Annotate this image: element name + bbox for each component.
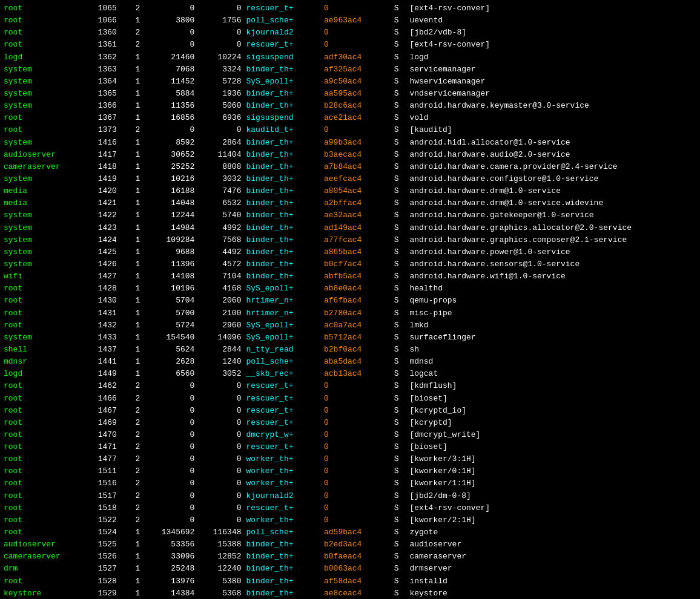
col-addr: 0 xyxy=(322,429,392,441)
col-pid: 1362 xyxy=(81,51,119,64)
col-pid: 1425 xyxy=(81,246,119,258)
col-addr: 0 xyxy=(322,2,392,15)
col-vsz: 0 xyxy=(142,514,197,526)
col-rss: 5740 xyxy=(197,209,243,221)
table-row: mdnsr1441126281240poll_sche+aba5dac4Smdn… xyxy=(1,356,699,368)
col-vsz: 0 xyxy=(142,417,197,429)
col-addr: b5712ac4 xyxy=(322,332,392,344)
col-pid: 1470 xyxy=(81,429,119,441)
col-addr: 0 xyxy=(322,514,392,526)
col-ppid: 1 xyxy=(119,246,143,258)
col-ppid: 1 xyxy=(119,283,143,295)
table-row: root1462200rescuer_t+0S[kdmflush] xyxy=(1,380,699,392)
col-cmd: installd xyxy=(407,575,699,588)
col-ppid: 1 xyxy=(119,526,143,538)
col-addr: a865bac4 xyxy=(322,246,392,258)
col-pid: 1466 xyxy=(81,393,119,405)
col-wchan: SyS_epoll+ xyxy=(243,332,322,344)
col-user: root xyxy=(1,27,81,39)
col-wchan: poll_sche+ xyxy=(243,15,322,27)
col-user: root xyxy=(1,319,81,332)
col-vsz: 25252 xyxy=(142,161,197,173)
table-row: root1517200kjournald20S[jbd2/dm-0-8] xyxy=(1,490,699,502)
col-vsz: 0 xyxy=(142,465,197,477)
col-rss: 3052 xyxy=(197,368,243,380)
col-ppid: 1 xyxy=(119,185,143,197)
col-pid: 1526 xyxy=(81,551,119,563)
col-cmd: zygote xyxy=(407,526,699,538)
table-row: root14281101964168SyS_epoll+ab8e0ac4Shea… xyxy=(1,283,699,295)
col-vsz: 33096 xyxy=(142,551,197,563)
col-user: system xyxy=(1,258,81,270)
col-ppid: 2 xyxy=(119,39,143,51)
table-row: system14261113964572binder_th+b0cf7ac4Sa… xyxy=(1,258,699,270)
col-pid: 1373 xyxy=(81,124,119,136)
col-vsz: 0 xyxy=(142,441,197,453)
col-cmd: [kcryptd] xyxy=(407,417,699,429)
col-stat: S xyxy=(392,258,408,270)
col-cmd: android.hardware.configstore@1.0-service xyxy=(407,173,699,185)
col-stat: S xyxy=(392,64,408,76)
col-stat: S xyxy=(392,270,408,283)
col-vsz: 0 xyxy=(142,27,197,39)
col-rss: 0 xyxy=(197,514,243,526)
table-row: root1511200worker_th+0S[kworker/0:1H] xyxy=(1,465,699,477)
col-pid: 1518 xyxy=(81,502,119,514)
col-user: system xyxy=(1,88,81,100)
col-user: root xyxy=(1,283,81,295)
col-cmd: android.hardware.drm@1.0-service.widevin… xyxy=(407,197,699,209)
col-ppid: 2 xyxy=(119,441,143,453)
col-ppid: 1 xyxy=(119,112,143,124)
col-ppid: 2 xyxy=(119,380,143,392)
col-user: system xyxy=(1,137,81,149)
col-stat: S xyxy=(392,453,408,465)
col-wchan: sigsuspend xyxy=(243,112,322,124)
col-wchan: binder_th+ xyxy=(243,209,322,221)
col-cmd: [kworker/2:1H] xyxy=(407,514,699,526)
table-row: system14221122445740binder_th+ae32aac4Sa… xyxy=(1,209,699,221)
col-cmd: ueventd xyxy=(407,15,699,27)
col-vsz: 7068 xyxy=(142,64,197,76)
col-stat: S xyxy=(392,76,408,88)
col-user: system xyxy=(1,234,81,246)
col-rss: 1756 xyxy=(197,15,243,27)
col-addr: b0faeac4 xyxy=(322,551,392,563)
col-stat: S xyxy=(392,185,408,197)
table-row: audioserver152515335615388binder_th+b2ed… xyxy=(1,538,699,551)
col-rss: 14096 xyxy=(197,332,243,344)
col-vsz: 5704 xyxy=(142,295,197,307)
col-wchan: __skb_rec+ xyxy=(243,368,322,380)
col-addr: b3aecac4 xyxy=(322,149,392,161)
col-stat: S xyxy=(392,27,408,39)
col-wchan: n_tty_read xyxy=(243,344,322,356)
col-cmd: [jbd2/vdb-8] xyxy=(407,27,699,39)
col-ppid: 1 xyxy=(119,538,143,551)
col-stat: S xyxy=(392,137,408,149)
col-addr: 0 xyxy=(322,39,392,51)
col-stat: S xyxy=(392,100,408,112)
table-row: keystore15291143845368binder_th+ae8ceac4… xyxy=(1,588,699,599)
col-vsz: 14384 xyxy=(142,588,197,599)
col-ppid: 2 xyxy=(119,465,143,477)
col-pid: 1366 xyxy=(81,100,119,112)
col-addr: 0 xyxy=(322,405,392,417)
col-rss: 0 xyxy=(197,124,243,136)
col-user: system xyxy=(1,209,81,221)
col-ppid: 1 xyxy=(119,149,143,161)
col-stat: S xyxy=(392,39,408,51)
col-rss: 1936 xyxy=(197,88,243,100)
col-wchan: rescuer_t+ xyxy=(243,405,322,417)
col-addr: 0 xyxy=(322,490,392,502)
table-row: system1433115454014096SyS_epoll+b5712ac4… xyxy=(1,332,699,344)
col-cmd: cameraserver xyxy=(407,551,699,563)
col-stat: S xyxy=(392,356,408,368)
col-addr: abfb5ac4 xyxy=(322,270,392,283)
table-row: root1373200kauditd_t+0S[kauditd] xyxy=(1,124,699,136)
col-rss: 3324 xyxy=(197,64,243,76)
table-row: root1467200rescuer_t+0S[kcryptd_io] xyxy=(1,405,699,417)
col-vsz: 25248 xyxy=(142,563,197,575)
col-vsz: 0 xyxy=(142,2,197,15)
col-wchan: SyS_epoll+ xyxy=(243,76,322,88)
col-user: root xyxy=(1,307,81,319)
col-wchan: binder_th+ xyxy=(243,222,322,234)
